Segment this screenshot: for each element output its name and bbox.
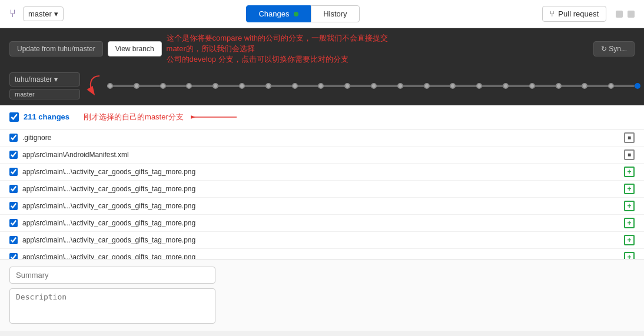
file-added-icon: + xyxy=(624,235,635,245)
changes-dot xyxy=(294,12,298,16)
changes-count: 211 changes xyxy=(24,112,69,121)
own-branch-label: master xyxy=(9,89,80,99)
tab-changes[interactable]: Changes xyxy=(246,5,311,22)
file-name: app\src\main\...\activity_car_goods_gift… xyxy=(22,202,619,210)
file-checkbox[interactable] xyxy=(9,202,18,210)
file-name: app\src\main\AndroidManifest.xml xyxy=(22,151,619,159)
branch-bar: Update from tuhu/master View branch 这个是你… xyxy=(0,28,644,70)
file-checkbox[interactable] xyxy=(9,253,18,259)
pr-icon: ⑂ xyxy=(550,9,555,18)
file-added-icon: + xyxy=(624,252,635,259)
sub-header: 211 changes 刚才选择的自己的master分支 xyxy=(0,105,644,129)
file-name: app\src\main\...\activity_car_goods_gift… xyxy=(22,219,619,227)
sync-button[interactable]: ↻ Syn... xyxy=(593,41,635,56)
file-added-icon: + xyxy=(624,201,635,211)
file-list: .gitignore ■ app\src\main\AndroidManifes… xyxy=(0,129,644,259)
master-branch-annotation: 刚才选择的自己的master分支 xyxy=(84,112,184,122)
file-name: app\src\main\...\activity_car_goods_gift… xyxy=(22,253,619,259)
file-checkbox[interactable] xyxy=(9,151,18,159)
top-bar: ⑂ master ▾ Changes History ⑂ Pull reques… xyxy=(0,0,644,28)
table-row: app\src\main\...\activity_car_goods_gift… xyxy=(0,181,644,198)
timeline-section: tuhu/master ▾ master xyxy=(0,70,644,105)
file-added-icon: + xyxy=(624,167,635,177)
table-row: app\src\main\AndroidManifest.xml ■ xyxy=(0,147,644,164)
file-checkbox[interactable] xyxy=(9,236,18,244)
logo-icon: ⑂ xyxy=(9,8,16,20)
table-row: app\src\main\...\activity_car_goods_gift… xyxy=(0,249,644,259)
view-branch-button[interactable]: View branch xyxy=(108,41,162,56)
file-name: .gitignore xyxy=(22,134,619,142)
arrow-icon xyxy=(85,73,102,97)
table-row: app\src\main\...\activity_car_goods_gift… xyxy=(0,232,644,249)
branch-name: master xyxy=(28,9,52,18)
file-checkbox[interactable] xyxy=(9,168,18,176)
file-name: app\src\main\...\activity_car_goods_gift… xyxy=(22,168,619,176)
description-input[interactable] xyxy=(9,288,215,324)
tab-history[interactable]: History xyxy=(311,5,359,22)
file-status-icon: ■ xyxy=(624,132,635,143)
table-row: app\src\main\...\activity_car_goods_gift… xyxy=(0,215,644,232)
window-controls xyxy=(616,11,635,18)
tab-group: Changes History xyxy=(64,5,543,22)
chevron-down-icon: ▾ xyxy=(54,75,58,84)
compare-branch-dropdown[interactable]: tuhu/master ▾ xyxy=(9,72,80,87)
maximize-button[interactable] xyxy=(628,11,635,18)
table-row: app\src\main\...\activity_car_goods_gift… xyxy=(0,164,644,181)
summary-input[interactable] xyxy=(9,267,215,284)
select-all-checkbox[interactable] xyxy=(9,112,19,122)
file-added-icon: + xyxy=(624,218,635,228)
timeline-track xyxy=(107,85,635,87)
chevron-down-icon: ▾ xyxy=(54,9,58,18)
file-checkbox[interactable] xyxy=(9,134,18,142)
file-name: app\src\main\...\activity_car_goods_gift… xyxy=(22,236,619,244)
update-from-remote-button[interactable]: Update from tuhu/master xyxy=(9,41,103,56)
annotation-text: 这个是你将要compare with的公司的分支，一般我们不会直接提交mater… xyxy=(167,33,402,65)
file-status-icon: ■ xyxy=(624,149,635,160)
sync-icon: ↻ xyxy=(601,45,607,53)
pull-request-button[interactable]: ⑂ Pull request xyxy=(542,6,606,22)
annotation-arrow-icon xyxy=(191,110,238,124)
branch-selector[interactable]: master ▾ xyxy=(23,6,64,21)
minimize-button[interactable] xyxy=(616,11,623,18)
file-checkbox[interactable] xyxy=(9,219,18,227)
main-content: Update from tuhu/master View branch 这个是你… xyxy=(0,28,644,336)
commit-form xyxy=(0,259,644,331)
table-row: app\src\main\...\activity_car_goods_gift… xyxy=(0,198,644,215)
file-checkbox[interactable] xyxy=(9,185,18,193)
table-row: .gitignore ■ xyxy=(0,129,644,147)
file-added-icon: + xyxy=(624,184,635,194)
file-name: app\src\main\...\activity_car_goods_gift… xyxy=(22,185,619,193)
